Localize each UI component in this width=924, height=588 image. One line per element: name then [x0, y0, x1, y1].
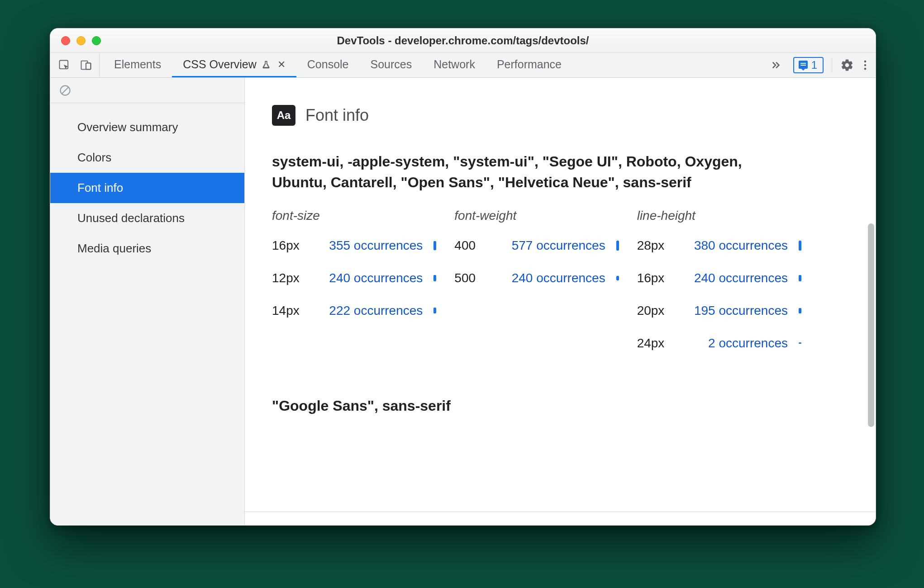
window-title: DevTools - developer.chrome.com/tags/dev…: [50, 34, 876, 47]
tab-label: Network: [433, 58, 475, 71]
devtools-window: DevTools - developer.chrome.com/tags/dev…: [50, 28, 876, 526]
histogram-bar: [433, 275, 436, 281]
metric-row: 14px 222 occurrences: [272, 303, 436, 318]
metric-value: 500: [454, 271, 496, 285]
panel-resize-bar[interactable]: [245, 512, 876, 525]
metric-header: line-height: [637, 209, 801, 223]
occurrences-link[interactable]: 2 occurrences: [685, 336, 788, 351]
occurrences-link[interactable]: 222 occurrences: [320, 303, 423, 318]
minimize-window-button[interactable]: [76, 36, 86, 45]
sidebar: Overview summary Colors Font info Unused…: [50, 78, 245, 525]
metric-header: font-size: [272, 209, 436, 223]
occurrences-link[interactable]: 240 occurrences: [502, 271, 605, 285]
sidebar-item-font-info[interactable]: Font info: [50, 173, 244, 203]
sidebar-item-colors[interactable]: Colors: [50, 142, 244, 173]
svg-rect-5: [800, 65, 806, 66]
occurrences-link[interactable]: 355 occurrences: [320, 238, 423, 253]
histogram-bar: [433, 308, 436, 313]
metric-row: 28px 380 occurrences: [637, 238, 801, 253]
issues-badge[interactable]: 1: [793, 57, 824, 73]
tab-console[interactable]: Console: [296, 53, 360, 77]
tab-elements[interactable]: Elements: [103, 53, 172, 77]
font-metrics: font-size 16px 355 occurrences 12px 240 …: [272, 209, 801, 369]
tab-label: Sources: [371, 58, 412, 71]
metric-row: 16px 240 occurrences: [637, 271, 801, 285]
content: Aa Font info system-ui, -apple-system, "…: [245, 78, 876, 525]
occurrences-link[interactable]: 195 occurrences: [685, 303, 788, 318]
sidebar-item-label: Overview summary: [77, 120, 178, 134]
device-toolbar-icon[interactable]: [79, 58, 93, 72]
font-family-stack: system-ui, -apple-system, "system-ui", "…: [272, 151, 792, 193]
tab-network[interactable]: Network: [423, 53, 486, 77]
histogram-bar: [433, 241, 436, 250]
window-controls: [50, 36, 101, 45]
section-header: Aa Font info: [272, 105, 848, 126]
sidebar-item-label: Font info: [77, 181, 123, 194]
metric-row: 16px 355 occurrences: [272, 238, 436, 253]
tab-label: Performance: [497, 58, 562, 71]
clear-overview-icon[interactable]: [58, 84, 72, 97]
settings-icon[interactable]: [840, 58, 854, 72]
sidebar-item-unused-declarations[interactable]: Unused declarations: [50, 203, 244, 233]
sidebar-item-label: Unused declarations: [77, 211, 185, 225]
metric-header: font-weight: [454, 209, 619, 223]
metric-value: 12px: [272, 271, 314, 285]
tabbar: Elements CSS Overview ✕ Console Sources: [50, 53, 876, 78]
sidebar-item-media-queries[interactable]: Media queries: [50, 233, 244, 264]
section-title: Font info: [305, 106, 369, 125]
sidebar-nav: Overview summary Colors Font info Unused…: [50, 103, 244, 264]
metric-col-line-height: line-height 28px 380 occurrences 16px 24…: [637, 209, 801, 369]
metric-value: 20px: [637, 303, 679, 318]
metric-row: 400 577 occurrences: [454, 238, 619, 253]
occurrences-link[interactable]: 380 occurrences: [685, 238, 788, 253]
metric-row: 12px 240 occurrences: [272, 271, 436, 285]
maximize-window-button[interactable]: [92, 36, 101, 45]
histogram-bar: [799, 275, 801, 281]
tab-label: CSS Overview: [183, 58, 257, 71]
flask-icon: [261, 60, 271, 70]
titlebar: DevTools - developer.chrome.com/tags/dev…: [50, 28, 876, 53]
tab-label: Console: [307, 58, 349, 71]
sidebar-toolbar: [50, 78, 244, 103]
metric-value: 16px: [637, 271, 679, 285]
svg-rect-4: [800, 63, 806, 64]
sidebar-item-label: Media queries: [77, 242, 151, 255]
metric-value: 14px: [272, 303, 314, 318]
font-family-stack: "Google Sans", sans-serif: [272, 398, 848, 414]
occurrences-link[interactable]: 240 occurrences: [685, 271, 788, 285]
tab-sources[interactable]: Sources: [360, 53, 423, 77]
sidebar-item-label: Colors: [77, 151, 111, 164]
more-options-icon[interactable]: [858, 58, 872, 72]
histogram-bar: [616, 276, 619, 280]
inspect-element-icon[interactable]: [57, 58, 71, 72]
close-window-button[interactable]: [61, 36, 70, 45]
font-icon: Aa: [272, 105, 295, 126]
svg-line-10: [62, 87, 68, 94]
more-tabs-icon[interactable]: [762, 58, 789, 72]
tab-css-overview[interactable]: CSS Overview ✕: [172, 53, 296, 77]
issues-icon: [798, 60, 809, 71]
metric-value: 400: [454, 238, 496, 253]
occurrences-link[interactable]: 240 occurrences: [320, 271, 423, 285]
sidebar-item-overview-summary[interactable]: Overview summary: [50, 112, 244, 142]
histogram-bar: [799, 308, 801, 313]
svg-point-7: [864, 64, 867, 66]
close-tab-icon[interactable]: ✕: [276, 59, 286, 71]
svg-rect-2: [86, 63, 91, 69]
metric-row: 20px 195 occurrences: [637, 303, 801, 318]
tab-label: Elements: [114, 58, 161, 71]
tab-performance[interactable]: Performance: [486, 53, 572, 77]
histogram-bar: [799, 241, 801, 251]
metric-row: 24px 2 occurrences: [637, 336, 801, 351]
scrollbar-track[interactable]: [867, 79, 874, 511]
metric-col-font-size: font-size 16px 355 occurrences 12px 240 …: [272, 209, 436, 369]
scrollbar-thumb[interactable]: [868, 223, 874, 427]
histogram-bar: [799, 342, 801, 344]
metric-value: 24px: [637, 336, 679, 351]
svg-point-6: [864, 61, 867, 63]
metric-row: 500 240 occurrences: [454, 271, 619, 285]
issues-count: 1: [811, 59, 817, 71]
metric-value: 28px: [637, 238, 679, 253]
occurrences-link[interactable]: 577 occurrences: [502, 238, 605, 253]
metric-col-font-weight: font-weight 400 577 occurrences 500 240 …: [454, 209, 619, 369]
